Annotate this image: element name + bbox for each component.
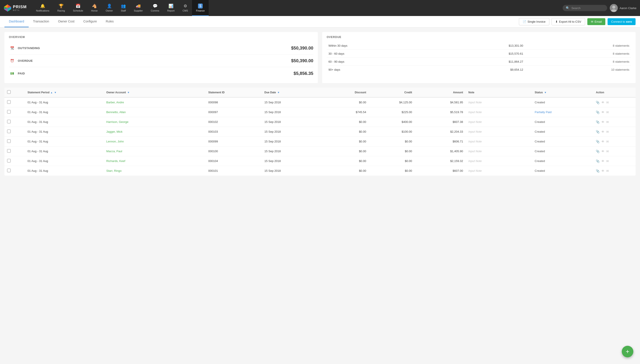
search-icon [566, 6, 570, 10]
row-checkbox[interactable] [7, 169, 11, 172]
nav-item-comms[interactable]: Comms [147, 0, 163, 16]
search-box[interactable] [563, 5, 607, 11]
view-icon[interactable]: 👁 [601, 169, 604, 173]
row-note[interactable]: Input Note [466, 166, 532, 176]
owner-link[interactable]: Lennon, John [106, 140, 124, 143]
nav-label-schedule: Schedule [73, 9, 83, 12]
nav-item-cms[interactable]: CMS [179, 0, 192, 16]
xero-label: Connect to xero [611, 20, 632, 23]
view-icon[interactable]: 👁 [601, 130, 604, 134]
row-note[interactable]: Input Note [466, 97, 532, 107]
row-checkbox-cell [4, 127, 25, 137]
row-discount: $745.54 [323, 107, 369, 117]
row-checkbox[interactable] [7, 130, 11, 133]
owner-link[interactable]: Harrison, George [106, 120, 128, 124]
row-note[interactable]: Input Note [466, 127, 532, 137]
note-placeholder[interactable]: Input Note [468, 120, 482, 124]
row-checkbox[interactable] [7, 139, 11, 143]
attach-icon[interactable]: 📎 [596, 150, 600, 153]
row-note[interactable]: Input Note [466, 137, 532, 146]
view-icon[interactable]: 👁 [601, 140, 604, 143]
connect-xero-button[interactable]: Connect to xero [608, 18, 636, 25]
download-icon: ⬇ [555, 20, 558, 23]
send-email-icon[interactable]: ✉ [606, 101, 609, 104]
owner-link[interactable]: Starr, Ringo [106, 169, 122, 172]
note-placeholder[interactable]: Input Note [468, 130, 482, 133]
view-icon[interactable]: 👁 [601, 159, 604, 163]
col-header-action: Action [593, 88, 636, 97]
nav-item-notifications[interactable]: Notifications [32, 0, 53, 16]
owner-link[interactable]: Jagger, Mick [106, 130, 122, 133]
nav-item-horse[interactable]: Horse [87, 0, 102, 16]
table-row: 01 Aug - 31 Aug Jagger, Mick 000103 15 S… [4, 127, 636, 137]
send-email-icon[interactable]: ✉ [606, 130, 609, 134]
send-email-icon[interactable]: ✉ [606, 140, 609, 143]
row-checkbox[interactable] [7, 159, 11, 162]
send-email-icon[interactable]: ✉ [606, 120, 609, 124]
owner-link[interactable]: Bennetto, Allan [106, 110, 126, 114]
nav-item-staff[interactable]: Staff [117, 0, 130, 16]
filter-period-icon[interactable]: ▼ [54, 91, 56, 94]
note-placeholder[interactable]: Input Note [468, 140, 482, 143]
owner-link[interactable]: Barber, Andre [106, 101, 124, 104]
user-area[interactable]: Aaron Clarke [610, 4, 636, 12]
filter-status-icon[interactable]: ▼ [544, 91, 547, 94]
table-row: 01 Aug - 31 Aug Starr, Ringo 000101 15 S… [4, 166, 636, 176]
nav-items: Notifications Racing Schedule Horse Owne… [32, 0, 563, 16]
logo-area[interactable]: PRISM BETA [4, 4, 27, 12]
email-button[interactable]: ✉ Email [587, 18, 606, 25]
search-input[interactable] [571, 6, 602, 10]
row-checkbox[interactable] [7, 100, 11, 104]
row-checkbox[interactable] [7, 149, 11, 153]
view-icon[interactable]: 👁 [601, 101, 604, 104]
overdue-period: 90+ days [327, 66, 437, 74]
send-email-icon[interactable]: ✉ [606, 159, 609, 163]
attach-icon[interactable]: 📎 [596, 169, 600, 173]
filter-due-icon[interactable]: ▼ [277, 91, 280, 94]
note-placeholder[interactable]: Input Note [468, 110, 482, 114]
row-note[interactable]: Input Note [466, 156, 532, 166]
select-all-checkbox[interactable] [7, 90, 11, 94]
export-csv-button[interactable]: ⬇ Export All to CSV [552, 18, 585, 25]
nav-label-finance: Finance [196, 9, 205, 12]
filter-owner-icon[interactable]: ▼ [127, 91, 130, 94]
fab-button[interactable]: + [622, 346, 633, 357]
row-note[interactable]: Input Note [466, 107, 532, 117]
nav-item-racing[interactable]: Racing [53, 0, 69, 16]
send-email-icon[interactable]: ✉ [606, 169, 609, 173]
nav-item-finance[interactable]: $ Finance [192, 0, 209, 16]
tab-owner-cost[interactable]: Owner Cost [54, 16, 79, 27]
tab-rules[interactable]: Rules [101, 16, 118, 27]
row-note[interactable]: Input Note [466, 117, 532, 127]
attach-icon[interactable]: 📎 [596, 120, 600, 124]
note-placeholder[interactable]: Input Note [468, 150, 482, 153]
sort-period-icon[interactable]: ▲ [50, 91, 53, 94]
send-email-icon[interactable]: ✉ [606, 110, 609, 114]
owner-link[interactable]: Macca, Paul [106, 150, 122, 153]
note-placeholder[interactable]: Input Note [468, 101, 482, 104]
attach-icon[interactable]: 📎 [596, 140, 600, 143]
row-note[interactable]: Input Note [466, 146, 532, 156]
tab-transaction[interactable]: Transaction [29, 16, 54, 27]
attach-icon[interactable]: 📎 [596, 110, 600, 114]
nav-item-report[interactable]: Report [163, 0, 179, 16]
row-due-date: 15 Sep 2018 [262, 166, 323, 176]
tab-configure[interactable]: Configure [79, 16, 101, 27]
view-icon[interactable]: 👁 [601, 150, 604, 153]
attach-icon[interactable]: 📎 [596, 159, 600, 163]
note-placeholder[interactable]: Input Note [468, 159, 482, 163]
row-checkbox[interactable] [7, 110, 11, 114]
nav-item-schedule[interactable]: Schedule [69, 0, 87, 16]
note-placeholder[interactable]: Input Note [468, 169, 482, 172]
nav-item-owner[interactable]: Owner [102, 0, 117, 16]
nav-item-supplier[interactable]: Supplier [130, 0, 147, 16]
view-icon[interactable]: 👁 [601, 110, 604, 114]
single-invoice-button[interactable]: 📄 Single Invoice [519, 18, 549, 25]
attach-icon[interactable]: 📎 [596, 101, 600, 104]
owner-link[interactable]: Richards, Keef [106, 159, 125, 163]
send-email-icon[interactable]: ✉ [606, 150, 609, 153]
tab-dashboard[interactable]: Dashboard [4, 16, 29, 27]
view-icon[interactable]: 👁 [601, 120, 604, 124]
attach-icon[interactable]: 📎 [596, 130, 600, 134]
row-checkbox[interactable] [7, 120, 11, 123]
